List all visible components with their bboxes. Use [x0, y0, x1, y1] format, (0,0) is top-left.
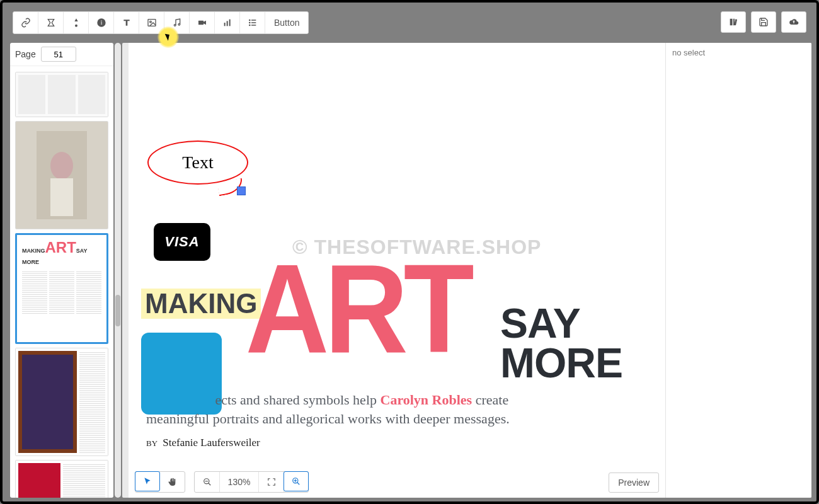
button-insert[interactable]: Button [265, 12, 308, 33]
properties-panel: no select [665, 43, 811, 498]
headline-saymore[interactable]: SAY MORE [500, 304, 622, 382]
by-label: BY [146, 438, 158, 448]
page-thumb[interactable] [15, 72, 108, 117]
list-button[interactable] [240, 12, 265, 33]
sidebar-scrollbar[interactable] [115, 43, 121, 498]
headline-art[interactable]: ART [245, 246, 469, 372]
zoom-in-button[interactable] [284, 471, 309, 491]
text-button[interactable] [114, 12, 139, 33]
headline-more: MORE [500, 340, 622, 386]
lede-post1: create [472, 392, 508, 408]
page-canvas[interactable]: © THESOFTWARE.SHOP Text VISA MAKING ART … [129, 43, 665, 498]
shape-button[interactable] [38, 12, 64, 33]
svg-marker-0 [48, 20, 54, 26]
lede-name: Carolyn Robles [381, 392, 472, 408]
page-label: Page [15, 49, 36, 59]
main-toolbar: i Button [13, 11, 806, 34]
info-button[interactable]: i [89, 12, 114, 33]
byline: BY Stefanie Laufersweiler [146, 437, 260, 448]
library-button[interactable] [721, 11, 746, 33]
hand-tool[interactable] [159, 472, 185, 492]
zoom-level[interactable]: 130% [220, 472, 259, 492]
selection-status: no select [672, 48, 705, 57]
view-toolbar: 130% [135, 471, 309, 493]
svg-rect-9 [226, 21, 227, 26]
page-jump: Page [10, 43, 113, 66]
by-name: Stefanie Laufersweiler [163, 437, 260, 449]
article-lede[interactable]: Personal objects and shared symbols help… [146, 391, 556, 428]
page-number-input[interactable] [41, 47, 76, 62]
link-button[interactable] [13, 12, 38, 33]
scrollbar-handle[interactable] [115, 295, 120, 326]
paint-button[interactable] [64, 12, 89, 33]
upload-button[interactable] [781, 11, 806, 33]
save-button[interactable] [751, 11, 776, 33]
text-callout[interactable]: Text [147, 140, 248, 185]
headline-making[interactable]: MAKING [141, 289, 261, 319]
svg-line-43 [208, 483, 210, 486]
page-thumb-selected[interactable]: MAKINGARTSAYMORE [15, 233, 108, 344]
svg-point-5 [174, 25, 176, 26]
page-thumb[interactable] [15, 121, 108, 229]
svg-line-46 [297, 483, 300, 485]
svg-point-6 [178, 23, 180, 25]
thumbnail-list[interactable]: MAKINGARTSAYMORE [10, 66, 113, 498]
svg-point-40 [50, 152, 73, 180]
audio-button[interactable] [164, 12, 190, 33]
page-sidebar: Page MAKINGARTSAYMORE [10, 43, 113, 498]
svg-rect-10 [229, 20, 230, 26]
svg-rect-41 [50, 178, 73, 216]
svg-rect-3 [148, 20, 156, 26]
preview-button[interactable]: Preview [609, 472, 659, 493]
svg-rect-8 [224, 23, 225, 26]
video-button[interactable] [190, 12, 215, 33]
svg-point-14 [249, 20, 249, 20]
lede-pre: ects and shared symbols help [215, 392, 380, 408]
page-thumb[interactable] [15, 460, 108, 498]
canvas-area: © THESOFTWARE.SHOP Text VISA MAKING ART … [122, 43, 811, 498]
svg-text:i: i [100, 20, 102, 26]
chart-button[interactable] [215, 12, 240, 33]
fit-screen-button[interactable] [259, 472, 284, 492]
selection-handle[interactable] [237, 186, 246, 195]
pointer-tool[interactable] [135, 471, 160, 491]
insert-group: i Button [13, 11, 309, 34]
lede-line2: meaningful portraits and allegorical wor… [146, 411, 510, 427]
svg-point-15 [249, 22, 249, 23]
svg-point-4 [149, 21, 151, 23]
svg-point-16 [249, 25, 249, 25]
svg-rect-7 [198, 21, 203, 25]
page-thumb[interactable] [15, 348, 108, 456]
image-button[interactable] [139, 12, 164, 33]
visa-badge[interactable]: VISA [154, 223, 210, 261]
zoom-out-button[interactable] [195, 472, 220, 492]
